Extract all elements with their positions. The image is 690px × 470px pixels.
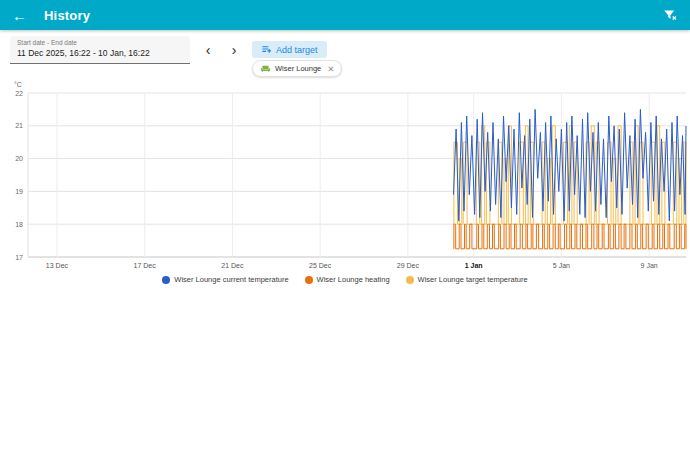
x-tick-label: 1 Jan [465,262,483,269]
add-target-button[interactable]: Add target [252,41,327,58]
next-period-button[interactable]: › [224,40,244,60]
legend-label: Wiser Lounge current temperature [174,275,288,284]
y-tick-label: 22 [15,90,23,97]
legend-color-dot [305,276,313,284]
legend-label: Wiser Lounge target temperature [418,275,528,284]
chevron-right-icon: › [232,42,237,58]
date-range-label: Start date - End date [17,39,183,46]
legend-color-dot [406,276,414,284]
date-range-field[interactable]: Start date - End date 11 Dec 2025, 16:22… [10,36,190,64]
x-tick-label: 21 Dec [221,262,244,269]
chevron-left-icon: ‹ [206,42,211,58]
y-tick-label: 17 [15,254,23,261]
legend-item[interactable]: Wiser Lounge current temperature [162,275,288,284]
y-tick-label: 19 [15,188,23,195]
legend-label: Wiser Lounge heating [317,275,390,284]
unit-label: °C [14,81,22,88]
chip-close-icon[interactable]: ✕ [327,64,334,74]
filter-button[interactable] [663,8,678,23]
x-tick-label: 5 Jan [553,262,570,269]
legend-item[interactable]: Wiser Lounge target temperature [406,275,528,284]
playlist-add-icon [261,44,272,55]
history-chart[interactable]: 171819202122°C13 Dec17 Dec21 Dec25 Dec29… [0,80,690,276]
x-tick-label: 29 Dec [397,262,420,269]
y-tick-label: 18 [15,221,23,228]
y-tick-label: 21 [15,122,23,129]
x-tick-label: 17 Dec [134,262,157,269]
x-tick-label: 9 Jan [641,262,658,269]
page-title: History [44,8,663,23]
legend-color-dot [162,276,170,284]
target-chip-wiser-lounge[interactable]: Wiser Lounge ✕ [252,60,342,77]
x-tick-label: 13 Dec [46,262,69,269]
couch-icon [260,63,271,74]
prev-period-button[interactable]: ‹ [198,40,218,60]
chart-legend: Wiser Lounge current temperatureWiser Lo… [0,275,690,284]
y-tick-label: 20 [15,155,23,162]
back-arrow-icon: ← [12,7,27,24]
history-screen: ← History Start date - End date 11 Dec 2… [0,0,690,470]
legend-item[interactable]: Wiser Lounge heating [305,275,390,284]
series-wiser-lounge-heating [454,224,687,249]
add-target-label: Add target [276,45,318,55]
back-button[interactable]: ← [12,8,34,23]
target-chip-label: Wiser Lounge [275,64,321,73]
app-bar: ← History [0,0,690,30]
filter-remove-icon [663,8,678,23]
x-tick-label: 25 Dec [309,262,332,269]
date-range-value: 11 Dec 2025, 16:22 - 10 Jan, 16:22 [17,48,183,58]
